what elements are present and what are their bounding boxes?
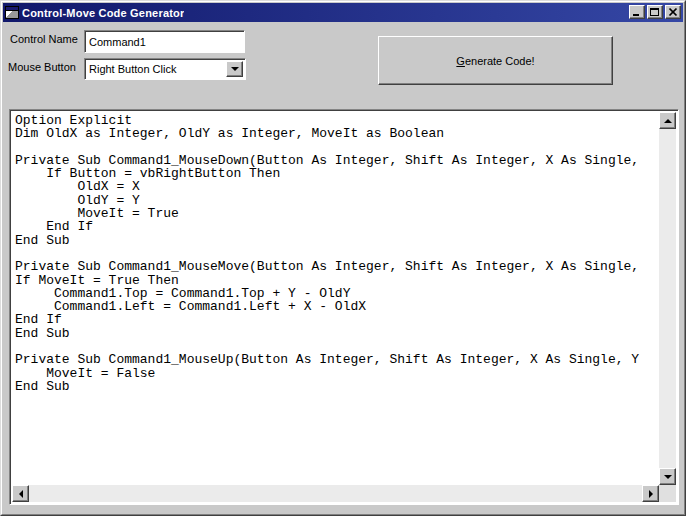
code-line — [15, 340, 659, 353]
combo-dropdown-button[interactable] — [226, 61, 243, 77]
control-name-label: Control Name — [10, 33, 78, 45]
code-textarea[interactable]: Option ExplicitDim OldX as Integer, OldY… — [9, 109, 679, 505]
generate-code-button[interactable]: Generate Code! — [378, 36, 613, 85]
scroll-down-button[interactable] — [659, 468, 676, 485]
code-line: Command1.Left = Command1.Left + X - OldX — [15, 300, 659, 313]
window-controls — [627, 5, 681, 19]
titlebar[interactable]: Control-Move Code Generator — [3, 3, 683, 22]
code-line: OldY = Y — [15, 194, 659, 207]
arrow-up-icon — [664, 119, 672, 123]
maximize-button[interactable] — [647, 5, 663, 19]
scrollbar-corner — [659, 485, 676, 502]
code-line: Command1.Top = Command1.Top + Y - OldY — [15, 287, 659, 300]
code-line: End Sub — [15, 327, 659, 340]
code-line: If Button = vbRightButton Then — [15, 167, 659, 180]
chevron-down-icon — [231, 67, 239, 71]
horizontal-scrollbar[interactable] — [12, 485, 659, 502]
arrow-left-icon — [19, 490, 23, 498]
code-line: Private Sub Command1_MouseMove(Button As… — [15, 260, 659, 273]
code-line: Dim OldX as Integer, OldY as Integer, Mo… — [15, 127, 659, 140]
code-content[interactable]: Option ExplicitDim OldX as Integer, OldY… — [12, 112, 659, 485]
control-name-input[interactable]: Command1 — [84, 30, 245, 53]
code-line: OldX = X — [15, 180, 659, 193]
mouse-button-label: Mouse Button — [8, 61, 76, 73]
scroll-left-button[interactable] — [12, 485, 29, 502]
arrow-right-icon — [649, 490, 653, 498]
minimize-button[interactable] — [629, 5, 645, 19]
code-line: End Sub — [15, 234, 659, 247]
code-line: Option Explicit — [15, 114, 659, 127]
vertical-scrollbar[interactable] — [659, 112, 676, 485]
app-window: Control-Move Code Generator Control Name… — [0, 0, 686, 516]
code-line: End Sub — [15, 380, 659, 393]
scroll-up-button[interactable] — [659, 112, 676, 129]
code-line: MoveIt = True — [15, 207, 659, 220]
code-line: If MoveIt = True Then — [15, 274, 659, 287]
code-line — [15, 141, 659, 154]
scroll-right-button[interactable] — [642, 485, 659, 502]
code-line: End If — [15, 313, 659, 326]
window-border: Control-Move Code Generator Control Name… — [1, 1, 685, 515]
maximize-icon — [649, 7, 661, 17]
arrow-down-icon — [664, 475, 672, 479]
code-line: Private Sub Command1_MouseDown(Button As… — [15, 154, 659, 167]
code-line: Private Sub Command1_MouseUp(Button As I… — [15, 353, 659, 366]
minimize-icon — [631, 7, 643, 17]
generate-code-button-label: Generate Code! — [456, 55, 534, 67]
code-line: End If — [15, 220, 659, 233]
code-line: MoveIt = False — [15, 367, 659, 380]
close-button[interactable] — [665, 5, 681, 19]
close-icon — [667, 7, 679, 17]
mouse-button-selected-value: Right Button Click — [85, 59, 245, 75]
code-line — [15, 247, 659, 260]
form-icon — [5, 6, 19, 19]
window-title: Control-Move Code Generator — [22, 7, 184, 19]
mouse-button-select[interactable]: Right Button Click — [84, 58, 246, 80]
